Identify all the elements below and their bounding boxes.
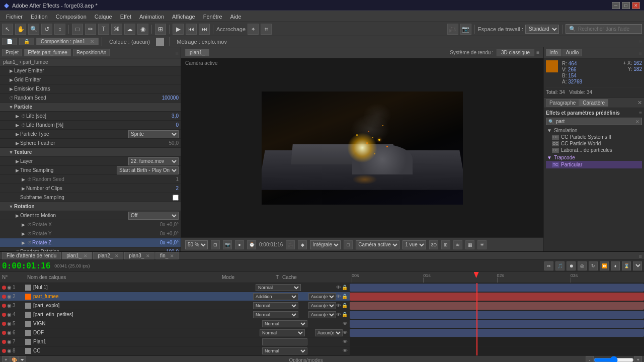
prop-rotate-y[interactable]: ▶ ⏱ Rotate Y 0x +0,0° (0, 229, 181, 238)
tool-playback3[interactable]: ⏭ (199, 24, 210, 35)
chevron-down-icon[interactable]: ▼ (8, 149, 14, 155)
view-options-icon[interactable]: ≡ (536, 50, 539, 55)
trapcode-group-header[interactable]: ▼ Trapcode (546, 154, 642, 161)
effect-particular[interactable]: TC Particular (546, 161, 642, 168)
tool-rotate[interactable]: ↺ (41, 24, 52, 35)
layer-mode-select[interactable]: Normal (260, 329, 305, 336)
view-layout-select[interactable]: 1 vue (403, 240, 426, 249)
tl-btn-2[interactable]: 🎵 (555, 261, 565, 270)
tl-btn-3[interactable]: ⏺ (567, 261, 576, 270)
eye-icon[interactable]: 👁 (336, 285, 341, 290)
lock-icon[interactable]: 🔒 (342, 294, 348, 299)
chevron-right-icon[interactable]: ▶ (14, 167, 20, 173)
prop-emission-extras[interactable]: ▶ Emission Extras (0, 84, 181, 94)
layer-vis-btn[interactable]: ◉ (7, 321, 12, 326)
layer-mode-select[interactable]: Normal (253, 311, 298, 318)
minimize-button[interactable]: ─ (612, 2, 620, 9)
tl-layer-row-2[interactable]: ◉ 2 part_fumee Addition Aucun(e) 👁 (0, 292, 350, 301)
chevron-right-icon[interactable]: ▶ (8, 86, 14, 92)
tab-projet[interactable]: Projet (2, 49, 22, 56)
particle-type-select[interactable]: Sprite (128, 130, 179, 138)
comp-lock-btn[interactable]: 🔒 (19, 38, 34, 45)
prop-rotate-x[interactable]: ▶ ⏱ Rotate X 0x +0,0° (0, 220, 181, 229)
exposure-btn[interactable]: ☀ (477, 240, 487, 249)
chevron-right-icon[interactable]: ▶ (20, 231, 26, 237)
eye-icon[interactable]: 👁 (343, 339, 348, 344)
simulation-group-header[interactable]: ▼ Simulation (546, 127, 642, 134)
chevron-right-icon[interactable]: ▶ (14, 213, 20, 219)
prop-layer-emitter[interactable]: ▶ Layer Emitter (0, 66, 181, 75)
chevron-right-icon[interactable]: ▶ (20, 186, 26, 192)
tool-snap2[interactable]: ⌗ (261, 24, 272, 35)
tl-btn-1[interactable]: ⇔ (544, 261, 553, 270)
cam-btn[interactable]: 🎥 (286, 240, 295, 249)
prop-layer[interactable]: ▶ Layer 22. fumee.mov (0, 157, 181, 166)
layer-cache-select[interactable]: Aucun(e) (315, 329, 343, 336)
panel-opts-icon[interactable]: ≡ (639, 50, 642, 56)
menu-calque[interactable]: Calque (91, 13, 116, 21)
effects-opts-icon[interactable]: ≡ (639, 110, 642, 116)
eye-icon[interactable]: 👁 (336, 294, 341, 299)
prop-life-random[interactable]: ▶ ⏱ Life Random [%] 0 (0, 121, 181, 130)
menu-aide[interactable]: Aide (226, 13, 246, 21)
tool-playback2[interactable]: ⏮ (186, 24, 197, 35)
tool-snap1[interactable]: ⌖ (248, 24, 259, 35)
tl-layer-row-4[interactable]: ◉ 4 [part_etin_petites] Normal Aucun(e) … (0, 310, 350, 319)
tool-pen[interactable]: ✏ (85, 24, 96, 35)
tl-layer-row-1[interactable]: ◉ 1 [Nul 1] Normal 👁 🔒 (0, 283, 350, 292)
chevron-right-icon[interactable]: ▶ (14, 122, 20, 128)
eye-icon[interactable]: 👁 (336, 312, 341, 317)
eye-icon[interactable]: 👁 (343, 321, 348, 326)
tab-reposition[interactable]: RepositionAn (73, 49, 110, 56)
options-icon[interactable]: ≡ (639, 39, 642, 45)
layer-cache-select[interactable]: Aucun(e) (308, 293, 336, 300)
menu-fenetre[interactable]: Fenêtre (199, 13, 226, 21)
camera-select[interactable]: Caméra active (356, 240, 399, 249)
tool-cam1[interactable]: 🎥 (447, 24, 458, 35)
tl-btn-6[interactable]: ⏩ (600, 261, 609, 270)
tool-hand[interactable]: ✋ (15, 24, 26, 35)
tl-tab-plan3[interactable]: plan3_ ✕ (124, 252, 154, 259)
chevron-right-icon[interactable]: ▶ (14, 140, 20, 146)
tl-btn-7[interactable]: ♦ (611, 261, 620, 270)
tool-playback1[interactable]: ▶ (173, 24, 184, 35)
prop-subframe-sampling[interactable]: ▶ Subframe Sampling (0, 193, 181, 202)
tl-btn-5[interactable]: ↻ (589, 261, 598, 270)
motion-blur-btn[interactable]: ⌚ (247, 240, 256, 249)
preview-btn[interactable]: □ (344, 240, 353, 249)
effects-search-input[interactable] (554, 119, 635, 124)
tl-search-btn[interactable]: 🔍 (633, 261, 642, 270)
pixel-aspect-btn[interactable]: ≋ (453, 240, 462, 249)
chevron-right-icon[interactable]: ▶ (20, 240, 26, 246)
tool-align[interactable]: ⊞ (155, 24, 166, 35)
tl-color-btn[interactable]: 🎨 (10, 356, 18, 362)
time-sampling-select[interactable]: Start at Birth - Play On (117, 166, 179, 174)
section-texture[interactable]: ▼ Texture (0, 148, 181, 157)
snapshot-btn[interactable]: 📷 (223, 240, 232, 249)
comp-tab-close[interactable]: ✕ (90, 39, 94, 44)
workspace-select[interactable]: Standard (525, 25, 559, 34)
comp-tab-active[interactable]: Composition : plan1_ ✕ (36, 38, 99, 45)
layer-mode-select[interactable]: Normal (262, 320, 307, 327)
maximize-button[interactable]: □ (622, 2, 630, 9)
prop-life[interactable]: ▶ ⏱ Life [sec] 3,0 (0, 112, 181, 121)
tool-zoom[interactable]: 🔍 (28, 24, 39, 35)
chevron-right-icon[interactable]: ▶ (14, 131, 20, 137)
tl-search-select[interactable]: 🔍 (633, 263, 642, 268)
eye-icon[interactable]: 👁 (343, 348, 348, 353)
tl-tab-plan2-close[interactable]: ✕ (115, 253, 119, 258)
subframe-checkbox[interactable] (173, 195, 179, 201)
prop-rotate-z[interactable]: ▶ ⏱ Rotate Z 0x +0,0° (0, 238, 181, 247)
prop-particle-type[interactable]: ▶ Particle Type Sprite (0, 130, 181, 139)
keyframe-btn[interactable]: ◆ (298, 240, 307, 249)
stopwatch-icon[interactable]: ⏱ (20, 113, 26, 119)
tl-tab-plan2[interactable]: plan2_ ✕ (93, 252, 123, 259)
chevron-right-icon[interactable]: ▶ (20, 176, 26, 183)
help-search-input[interactable] (578, 26, 638, 32)
transparency-btn[interactable]: ▦ (465, 240, 474, 249)
eye-icon[interactable]: 👁 (336, 303, 341, 308)
close-char-icon[interactable]: ✕ (637, 100, 642, 106)
section-particle[interactable]: ▼ Particle (0, 103, 181, 112)
layer-cache-select[interactable]: Aucun(e) (308, 302, 336, 309)
tl-layer-row-8[interactable]: ◉ 8 CC Normal 👁 (0, 346, 350, 355)
